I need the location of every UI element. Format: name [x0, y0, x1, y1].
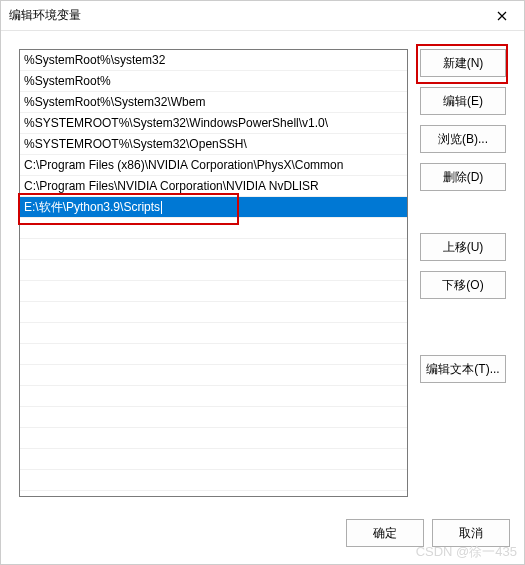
path-row[interactable]: C:\Program Files\NVIDIA Corporation\NVID… [20, 176, 407, 197]
browse-button[interactable]: 浏览(B)... [420, 125, 506, 153]
new-button[interactable]: 新建(N) [420, 49, 506, 77]
path-row[interactable]: C:\Program Files (x86)\NVIDIA Corporatio… [20, 155, 407, 176]
path-row[interactable] [20, 218, 407, 239]
path-row[interactable]: %SystemRoot% [20, 71, 407, 92]
cancel-button[interactable]: 取消 [432, 519, 510, 547]
path-row[interactable] [20, 470, 407, 491]
path-row[interactable] [20, 449, 407, 470]
path-row[interactable]: %SYSTEMROOT%\System32\OpenSSH\ [20, 134, 407, 155]
path-row[interactable] [20, 344, 407, 365]
path-row[interactable]: E:\软件\Python3.9\Scripts [20, 197, 407, 218]
dialog-footer: 确定 取消 [1, 514, 524, 564]
path-row[interactable]: %SYSTEMROOT%\System32\WindowsPowerShell\… [20, 113, 407, 134]
spacer [420, 309, 510, 345]
path-row[interactable] [20, 260, 407, 281]
dialog-content: %SystemRoot%\system32%SystemRoot%%System… [1, 31, 524, 514]
move-down-button[interactable]: 下移(O) [420, 271, 506, 299]
path-row[interactable] [20, 281, 407, 302]
path-row[interactable] [20, 365, 407, 386]
dialog-title: 编辑环境变量 [9, 7, 81, 24]
button-column: 新建(N) 编辑(E) 浏览(B)... 删除(D) 上移(U) 下移(O) 编… [420, 49, 510, 506]
path-row[interactable] [20, 323, 407, 344]
close-button[interactable] [488, 5, 516, 27]
path-row[interactable] [20, 239, 407, 260]
ok-button[interactable]: 确定 [346, 519, 424, 547]
move-up-button[interactable]: 上移(U) [420, 233, 506, 261]
path-row[interactable]: %SystemRoot%\system32 [20, 50, 407, 71]
spacer [420, 201, 510, 223]
delete-button[interactable]: 删除(D) [420, 163, 506, 191]
close-icon [497, 11, 507, 21]
edit-text-button[interactable]: 编辑文本(T)... [420, 355, 506, 383]
edit-environment-variable-dialog: 编辑环境变量 %SystemRoot%\system32%SystemRoot%… [0, 0, 525, 565]
path-row[interactable] [20, 428, 407, 449]
titlebar: 编辑环境变量 [1, 1, 524, 31]
path-row[interactable] [20, 386, 407, 407]
edit-button[interactable]: 编辑(E) [420, 87, 506, 115]
path-row[interactable] [20, 407, 407, 428]
path-row[interactable] [20, 302, 407, 323]
path-row[interactable]: %SystemRoot%\System32\Wbem [20, 92, 407, 113]
path-listbox[interactable]: %SystemRoot%\system32%SystemRoot%%System… [19, 49, 408, 497]
